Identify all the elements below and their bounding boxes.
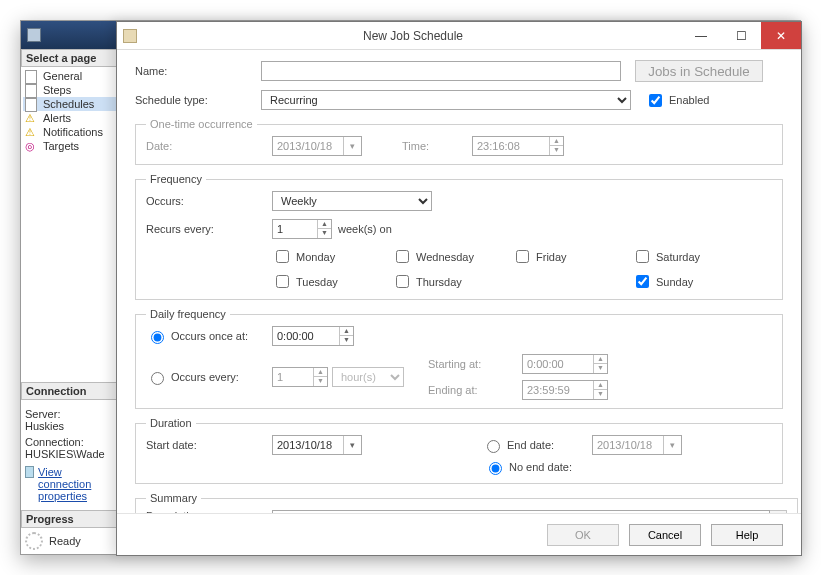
daily-frequency-legend: Daily frequency xyxy=(146,308,230,320)
occurs-every-unit-select: hour(s) xyxy=(332,367,404,387)
occurs-every-radio[interactable]: Occurs every: xyxy=(146,369,272,385)
dialog-titlebar: New Job Schedule — ☐ ✕ xyxy=(117,22,801,50)
nav-item-general[interactable]: General xyxy=(23,69,120,83)
nav-item-notifications[interactable]: Notifications xyxy=(23,125,120,139)
cancel-button[interactable]: Cancel xyxy=(629,524,701,546)
starting-at-input: ▲▼ xyxy=(522,354,608,374)
weekday-grid: Monday Wednesday Friday Saturday Tuesday… xyxy=(272,247,772,291)
page-icon xyxy=(25,84,39,96)
day-saturday[interactable]: Saturday xyxy=(632,247,752,266)
maximize-button[interactable]: ☐ xyxy=(721,22,761,49)
occurs-once-radio[interactable]: Occurs once at: xyxy=(146,328,272,344)
page-icon xyxy=(25,98,39,110)
start-date-input[interactable]: ▾ xyxy=(272,435,362,455)
progress-spinner-icon xyxy=(25,532,43,550)
view-connection-link[interactable]: View connection properties xyxy=(25,466,116,502)
progress-header: Progress xyxy=(21,510,120,528)
frequency-legend: Frequency xyxy=(146,173,206,185)
dialog-body: Name: Jobs in Schedule Schedule type: Re… xyxy=(117,50,801,513)
ending-at-label: Ending at: xyxy=(428,384,522,396)
no-end-date-radio[interactable]: No end date: xyxy=(484,459,594,475)
starting-at-label: Starting at: xyxy=(428,358,522,370)
calendar-icon: ▾ xyxy=(343,137,361,155)
schedule-dialog: New Job Schedule — ☐ ✕ Name: Jobs in Sch… xyxy=(116,21,802,556)
duration-legend: Duration xyxy=(146,417,196,429)
summary-legend: Summary xyxy=(146,492,201,504)
warning-icon xyxy=(25,112,39,124)
start-date-label: Start date: xyxy=(146,439,272,451)
schedule-type-label: Schedule type: xyxy=(135,94,261,106)
enabled-checkbox[interactable]: Enabled xyxy=(645,91,709,110)
schedule-icon xyxy=(123,29,137,43)
recurs-every-input[interactable]: ▲▼ xyxy=(272,219,332,239)
one-time-time-input: ▲▼ xyxy=(472,136,564,156)
day-thursday[interactable]: Thursday xyxy=(392,272,512,291)
help-button[interactable]: Help xyxy=(711,524,783,546)
calendar-icon: ▾ xyxy=(663,436,681,454)
day-sunday[interactable]: Sunday xyxy=(632,272,752,291)
one-time-time-label: Time: xyxy=(402,140,472,152)
nav-item-steps[interactable]: Steps xyxy=(23,83,120,97)
one-time-date-label: Date: xyxy=(146,140,272,152)
app-window: Select a page General Steps Schedules Al… xyxy=(20,20,801,555)
recurs-every-label: Recurs every: xyxy=(146,223,272,235)
dialog-title: New Job Schedule xyxy=(145,29,681,43)
connection-icon xyxy=(25,466,34,478)
day-tuesday[interactable]: Tuesday xyxy=(272,272,392,291)
nav-item-alerts[interactable]: Alerts xyxy=(23,111,120,125)
warning-icon xyxy=(25,126,39,138)
minimize-button[interactable]: — xyxy=(681,22,721,49)
name-input[interactable] xyxy=(261,61,621,81)
recurs-unit: week(s) on xyxy=(338,223,392,235)
summary-group: Summary Description: ▲ ▼ xyxy=(135,492,798,513)
enabled-checkbox-input[interactable] xyxy=(649,94,662,107)
nav-item-schedules[interactable]: Schedules xyxy=(23,97,120,111)
spin-up-icon[interactable]: ▲ xyxy=(318,220,331,229)
nav-item-targets[interactable]: Targets xyxy=(23,139,120,153)
target-icon xyxy=(25,140,39,152)
connection-label: Connection: xyxy=(25,436,116,448)
select-page-header: Select a page xyxy=(21,49,120,67)
occurs-label: Occurs: xyxy=(146,195,272,207)
progress-block: Ready xyxy=(21,528,120,554)
end-date-radio[interactable]: End date: xyxy=(482,437,592,453)
back-titlebar xyxy=(21,21,120,49)
nav-list: General Steps Schedules Alerts Notificat… xyxy=(21,67,120,161)
connection-block: Server: Huskies Connection: HUSKIES\Wade… xyxy=(21,400,120,510)
spin-down-icon[interactable]: ▼ xyxy=(318,229,331,238)
back-panel: Select a page General Steps Schedules Al… xyxy=(21,21,121,554)
occurs-once-time-input[interactable]: ▲▼ xyxy=(272,326,354,346)
end-date-input: ▾ xyxy=(592,435,682,455)
connection-header: Connection xyxy=(21,382,120,400)
occurs-select[interactable]: Weekly xyxy=(272,191,432,211)
ending-at-input: ▲▼ xyxy=(522,380,608,400)
app-icon xyxy=(27,28,41,42)
page-icon xyxy=(25,70,39,82)
spin-up-icon[interactable]: ▲ xyxy=(340,327,353,336)
day-friday[interactable]: Friday xyxy=(512,247,632,266)
day-monday[interactable]: Monday xyxy=(272,247,392,266)
schedule-type-select[interactable]: Recurring xyxy=(261,90,631,110)
server-label: Server: xyxy=(25,408,116,420)
day-wednesday[interactable]: Wednesday xyxy=(392,247,512,266)
name-label: Name: xyxy=(135,65,261,77)
close-button[interactable]: ✕ xyxy=(761,22,801,49)
dialog-button-bar: OK Cancel Help xyxy=(117,513,801,555)
ok-button: OK xyxy=(547,524,619,546)
jobs-in-schedule-button: Jobs in Schedule xyxy=(635,60,763,82)
one-time-legend: One-time occurrence xyxy=(146,118,257,130)
server-value: Huskies xyxy=(25,420,116,432)
frequency-group: Frequency Occurs: Weekly Recurs every: ▲… xyxy=(135,173,783,300)
spin-down-icon[interactable]: ▼ xyxy=(340,336,353,345)
duration-group: Duration Start date: ▾ End date: ▾ xyxy=(135,417,783,484)
occurs-every-value-input: ▲▼ xyxy=(272,367,328,387)
daily-frequency-group: Daily frequency Occurs once at: ▲▼ Occur… xyxy=(135,308,783,409)
calendar-icon[interactable]: ▾ xyxy=(343,436,361,454)
one-time-group: One-time occurrence Date: ▾ Time: ▲▼ xyxy=(135,118,783,165)
one-time-date-input: ▾ xyxy=(272,136,362,156)
progress-status: Ready xyxy=(49,535,81,547)
connection-value: HUSKIES\Wade xyxy=(25,448,116,460)
